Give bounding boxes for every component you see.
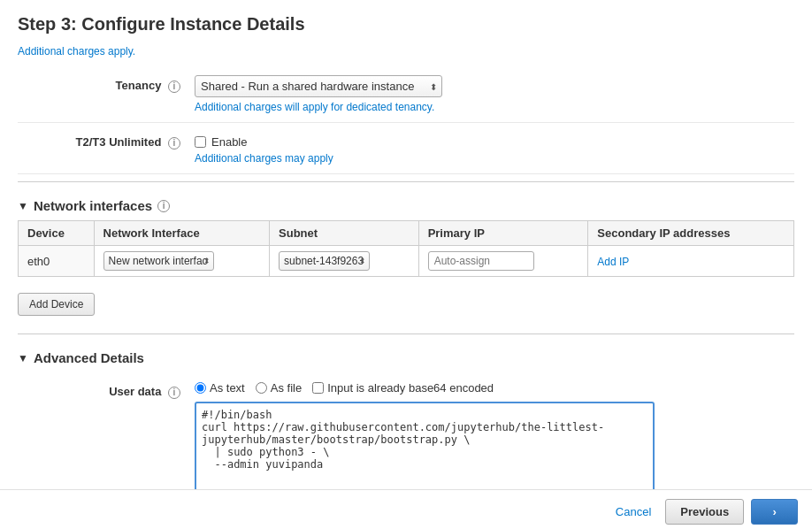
bottom-bar: Cancel Previous ›: [0, 489, 812, 529]
t2t3-label: T2/T3 Unlimited i: [18, 132, 195, 150]
as-file-label: As file: [271, 381, 302, 395]
subnet-select[interactable]: subnet-143f9263: [279, 251, 370, 271]
as-file-radio[interactable]: [256, 382, 267, 394]
t2t3-charges-text: Additional charges may apply: [195, 152, 794, 165]
t2t3-info-icon[interactable]: i: [168, 137, 180, 150]
previous-button[interactable]: Previous: [665, 499, 744, 525]
base64-label: Input is already base64 encoded: [327, 381, 494, 395]
primary-ip-cell: [418, 246, 588, 277]
network-table-body: eth0 New network interfac subnet-143f926…: [19, 246, 794, 277]
tenancy-row: Tenancy i Shared - Run a shared hardware…: [18, 66, 794, 123]
network-interface-select-wrapper: New network interfac: [103, 251, 214, 271]
add-ip-link[interactable]: Add IP: [597, 256, 629, 268]
tenancy-select[interactable]: Shared - Run a shared hardware instance: [195, 75, 442, 97]
section-divider-1: [18, 181, 794, 182]
user-data-label: User data i: [18, 381, 195, 399]
table-row: eth0 New network interfac subnet-143f926…: [19, 246, 794, 277]
as-text-label: As text: [210, 381, 245, 395]
advanced-details-header[interactable]: ▼ Advanced Details: [18, 341, 794, 372]
advanced-details-label: Advanced Details: [34, 350, 144, 365]
network-interfaces-chevron: ▼: [18, 200, 28, 212]
as-text-radio[interactable]: [195, 382, 206, 394]
base64-checkbox[interactable]: [312, 382, 324, 394]
network-interfaces-table: Device Network Interface Subnet Primary …: [18, 220, 794, 277]
subnet-cell: subnet-143f9263: [270, 246, 419, 277]
base64-option[interactable]: Input is already base64 encoded: [312, 381, 494, 395]
secondary-ip-cell: Add IP: [588, 246, 794, 277]
network-interface-select[interactable]: New network interfac: [103, 251, 214, 271]
t2t3-checkbox-row: Enable: [195, 135, 794, 149]
t2t3-enable-label: Enable: [211, 135, 247, 149]
section-divider-2: [18, 334, 794, 334]
network-interfaces-header[interactable]: ▼ Network interfaces i: [18, 189, 794, 220]
network-interfaces-label: Network interfaces: [34, 198, 152, 213]
tenancy-select-wrapper: Shared - Run a shared hardware instance: [195, 75, 442, 97]
network-interfaces-info-icon[interactable]: i: [157, 200, 170, 212]
user-data-info-icon[interactable]: i: [168, 387, 180, 399]
as-text-option[interactable]: As text: [195, 381, 245, 395]
tenancy-label: Tenancy i: [18, 75, 195, 93]
subnet-select-wrapper: subnet-143f9263: [279, 251, 370, 271]
add-device-button[interactable]: Add Device: [18, 293, 95, 316]
network-table-header-row: Device Network Interface Subnet Primary …: [19, 221, 794, 246]
top-additional-charges-link[interactable]: Additional charges apply.: [18, 45, 794, 58]
cancel-button[interactable]: Cancel: [609, 501, 658, 523]
primary-ip-input[interactable]: [428, 251, 534, 271]
col-device: Device: [19, 221, 95, 246]
t2t3-row: T2/T3 Unlimited i Enable Additional char…: [18, 123, 794, 174]
network-table-head: Device Network Interface Subnet Primary …: [19, 221, 794, 246]
tenancy-helper-link[interactable]: Additional charges will apply for dedica…: [195, 101, 794, 113]
t2t3-enable-checkbox[interactable]: [195, 136, 206, 148]
col-primary-ip: Primary IP: [418, 221, 588, 246]
device-cell: eth0: [19, 246, 95, 277]
tenancy-info-icon[interactable]: i: [168, 80, 180, 93]
tenancy-content: Shared - Run a shared hardware instance …: [195, 75, 794, 113]
user-data-options: As text As file Input is already base64 …: [195, 381, 794, 395]
col-subnet: Subnet: [270, 221, 419, 246]
t2t3-content: Enable Additional charges may apply: [195, 132, 794, 165]
advanced-details-chevron: ▼: [18, 352, 28, 364]
next-button[interactable]: ›: [751, 499, 798, 525]
page-title: Step 3: Configure Instance Details: [18, 14, 794, 34]
col-network-interface: Network Interface: [94, 221, 270, 246]
col-secondary-ip: Secondary IP addresses: [588, 221, 794, 246]
as-file-option[interactable]: As file: [256, 381, 302, 395]
network-interface-cell: New network interfac: [94, 246, 270, 277]
